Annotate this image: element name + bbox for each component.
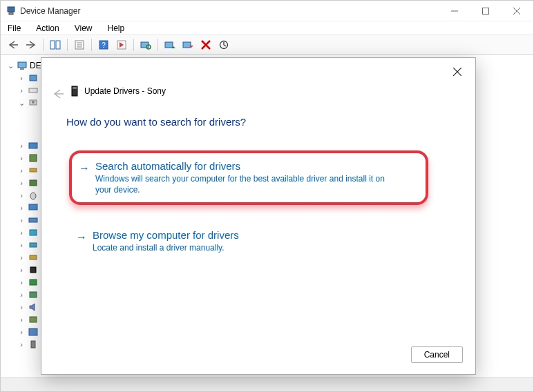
menu-file[interactable]: File bbox=[5, 22, 23, 35]
menu-view[interactable]: View bbox=[72, 22, 95, 35]
arrow-right-icon: → bbox=[79, 162, 90, 195]
toolbar-forward-icon[interactable] bbox=[23, 37, 39, 52]
toolbar: ? bbox=[1, 35, 533, 55]
svg-text:?: ? bbox=[102, 41, 106, 49]
svg-rect-45 bbox=[31, 341, 35, 348]
expander-icon[interactable]: › bbox=[17, 291, 26, 299]
expander-icon[interactable]: › bbox=[17, 266, 26, 274]
svg-rect-3 bbox=[482, 8, 488, 14]
svg-point-29 bbox=[32, 101, 35, 104]
device-icon bbox=[28, 85, 39, 96]
expander-icon[interactable]: › bbox=[17, 74, 26, 82]
svg-rect-24 bbox=[18, 62, 26, 68]
device-icon bbox=[28, 97, 39, 108]
option-description: Windows will search your computer for th… bbox=[95, 173, 399, 195]
toolbar-show-hide-icon[interactable] bbox=[47, 37, 64, 52]
usb-icon bbox=[28, 339, 39, 350]
device-icon bbox=[28, 289, 39, 300]
expander-icon[interactable]: › bbox=[17, 154, 26, 162]
titlebar: Device Manager bbox=[1, 1, 533, 21]
toolbar-help-icon[interactable]: ? bbox=[95, 37, 112, 52]
svg-rect-27 bbox=[29, 88, 37, 92]
expander-icon[interactable]: › bbox=[17, 303, 26, 311]
svg-rect-1 bbox=[9, 12, 13, 14]
svg-rect-42 bbox=[30, 292, 37, 297]
expander-icon[interactable]: › bbox=[17, 315, 26, 324]
expander-icon[interactable]: › bbox=[17, 191, 26, 199]
svg-rect-37 bbox=[30, 230, 37, 235]
toolbar-properties-icon[interactable] bbox=[71, 37, 88, 52]
toolbar-scan-icon[interactable] bbox=[137, 37, 154, 52]
option-title: Search automatically for drivers bbox=[95, 160, 399, 172]
expander-icon[interactable]: › bbox=[17, 216, 26, 224]
expander-icon[interactable]: ⌄ bbox=[17, 99, 26, 107]
app-icon bbox=[6, 6, 16, 16]
device-icon bbox=[28, 165, 39, 176]
storage-icon bbox=[28, 314, 39, 325]
svg-rect-9 bbox=[56, 41, 60, 49]
status-bar bbox=[1, 378, 533, 391]
svg-rect-8 bbox=[50, 41, 55, 49]
expander-icon[interactable]: › bbox=[17, 166, 26, 175]
svg-rect-38 bbox=[30, 243, 37, 247]
close-button[interactable] bbox=[501, 1, 532, 21]
option-title: Browse my computer for drivers bbox=[93, 229, 239, 241]
toolbar-uninstall-icon[interactable] bbox=[198, 37, 214, 52]
window-title: Device Manager bbox=[20, 6, 80, 16]
expander-icon[interactable]: › bbox=[17, 241, 26, 249]
processor-icon bbox=[28, 264, 39, 275]
dialog-back-button[interactable] bbox=[50, 86, 66, 102]
device-icon bbox=[28, 140, 39, 151]
cancel-button[interactable]: Cancel bbox=[411, 346, 463, 363]
expander-icon[interactable]: › bbox=[17, 253, 26, 262]
menu-help[interactable]: Help bbox=[105, 22, 128, 35]
svg-rect-43 bbox=[30, 317, 37, 322]
device-icon bbox=[28, 72, 39, 84]
dialog-close-button[interactable] bbox=[448, 63, 467, 80]
svg-rect-33 bbox=[30, 180, 37, 186]
expander-icon[interactable]: ⌄ bbox=[6, 61, 15, 70]
toolbar-action-icon[interactable] bbox=[113, 37, 130, 52]
toolbar-update-driver-icon[interactable] bbox=[162, 37, 178, 52]
option-description: Locate and install a driver manually. bbox=[93, 242, 239, 253]
svg-rect-50 bbox=[73, 87, 77, 89]
toolbar-refresh-icon[interactable] bbox=[216, 37, 232, 52]
toolbar-disable-icon[interactable] bbox=[180, 37, 196, 52]
svg-rect-44 bbox=[29, 329, 37, 335]
expander-icon[interactable]: › bbox=[17, 204, 26, 212]
option-browse-computer[interactable]: → Browse my computer for drivers Locate … bbox=[69, 222, 428, 260]
svg-point-34 bbox=[30, 193, 36, 199]
system-icon bbox=[28, 326, 39, 337]
expander-icon[interactable]: › bbox=[17, 278, 26, 286]
expander-icon[interactable]: › bbox=[17, 179, 26, 187]
expander-icon[interactable]: › bbox=[17, 328, 26, 336]
port-icon bbox=[28, 239, 39, 251]
network-icon bbox=[28, 215, 39, 226]
monitor-icon bbox=[28, 202, 39, 213]
svg-rect-19 bbox=[165, 42, 173, 48]
device-icon bbox=[28, 177, 39, 188]
expander-icon[interactable]: › bbox=[17, 340, 26, 349]
arrow-right-icon: → bbox=[76, 231, 87, 253]
menu-action[interactable]: Action bbox=[33, 22, 61, 35]
device-icon bbox=[28, 277, 39, 288]
dialog-header: Update Drivers - Sony bbox=[70, 86, 166, 97]
toolbar-back-icon[interactable] bbox=[5, 37, 21, 52]
option-search-automatically[interactable]: → Search automatically for drivers Windo… bbox=[69, 150, 428, 205]
device-icon bbox=[28, 153, 39, 164]
svg-rect-30 bbox=[29, 143, 37, 148]
device-icon bbox=[70, 86, 80, 97]
svg-rect-25 bbox=[20, 68, 24, 70]
computer-icon bbox=[17, 60, 28, 71]
expander-icon[interactable]: › bbox=[17, 86, 26, 95]
expander-icon[interactable]: › bbox=[17, 228, 26, 237]
minimize-button[interactable] bbox=[439, 1, 470, 21]
menubar: File Action View Help bbox=[1, 21, 533, 35]
svg-rect-36 bbox=[29, 218, 37, 222]
svg-rect-41 bbox=[30, 280, 37, 285]
expander-icon[interactable]: › bbox=[17, 141, 26, 150]
svg-rect-35 bbox=[29, 204, 37, 210]
svg-rect-40 bbox=[30, 267, 36, 273]
maximize-button[interactable] bbox=[470, 1, 501, 21]
dialog-heading: How do you want to search for drivers? bbox=[66, 116, 246, 128]
